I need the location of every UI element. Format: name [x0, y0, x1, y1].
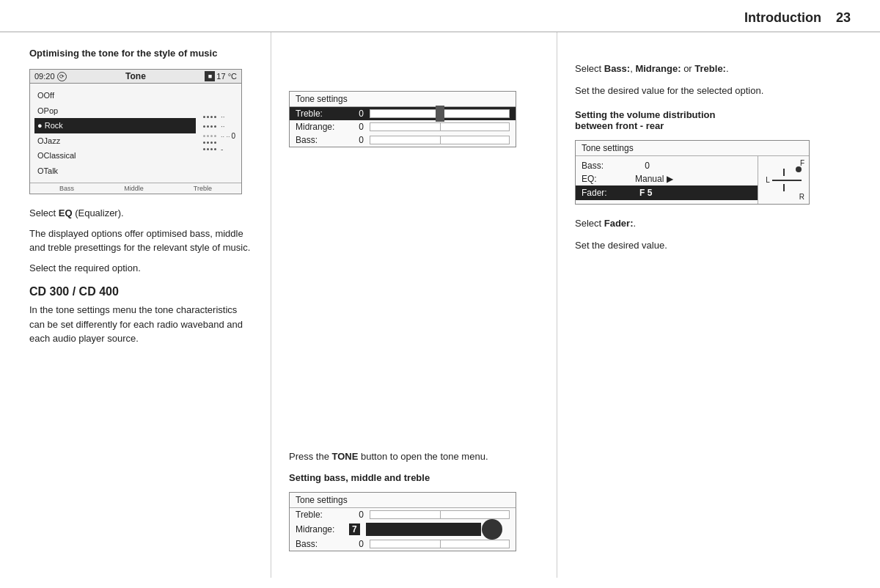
right-bass-label: Bass:	[582, 161, 629, 171]
bass-slider	[370, 136, 510, 144]
eq-bold: EQ	[59, 207, 73, 218]
left-section-title: Optimising the tone for the style of mus…	[29, 47, 253, 60]
eq-dots-4	[203, 142, 216, 144]
cd-heading: CD 300 / CD 400	[29, 285, 253, 298]
right-bass-row: Bass: 0	[576, 159, 758, 172]
bass-value: 0	[349, 135, 364, 145]
eq-row-5: -	[203, 145, 235, 153]
treble-slider	[370, 109, 510, 118]
right-bass-value: 0	[635, 161, 650, 171]
menu-list: OOff OPop ● Rock OJazz OClassical OTalk	[30, 87, 200, 180]
device-screen: 09:20 ⟳ Tone ■ 17 °C OOff OPop ● Rock OJ…	[29, 69, 242, 194]
treble-value: 0	[349, 109, 364, 119]
eq-dot	[210, 148, 213, 150]
treble-label: Treble:	[296, 109, 343, 119]
eq-row-1: ··	[203, 113, 235, 121]
tone-box-1-title: Tone settings	[290, 92, 516, 106]
screen-footer: Bass Middle Treble	[30, 183, 241, 194]
fader-cross: L	[766, 169, 802, 191]
menu-item-off: OOff	[34, 88, 196, 103]
right-fader-row: Fader: F 5	[576, 185, 758, 200]
fader-v-bottom	[783, 184, 785, 191]
right-eq-value: Manual ▶	[635, 174, 673, 184]
track-center	[440, 511, 441, 518]
treble-bold: Treble:	[694, 63, 726, 74]
menu-item-pop: OPop	[34, 103, 196, 119]
tone2-midrange-knob	[482, 519, 502, 540]
tone-row-midrange: Midrange: 0	[290, 120, 516, 133]
tone-box-2-title: Tone settings	[290, 493, 516, 507]
tone-box-2: Tone settings Treble: 0 Midrange: 7	[289, 492, 516, 551]
screen-body: OOff OPop ● Rock OJazz OClassical OTalk	[30, 84, 241, 183]
rock-slider-val: ·· ·· 0	[221, 132, 235, 140]
tone2-midrange-label: Midrange:	[296, 524, 343, 534]
eq-para-1: Select EQ (Equalizer).	[29, 206, 253, 221]
tone2-treble-slider	[370, 510, 510, 519]
menu-item-talk: OTalk	[34, 163, 196, 179]
right-column: Select Bass:, Midrange: or Treble:. Set …	[557, 32, 880, 578]
tone2-bass-value: 0	[349, 539, 364, 549]
tone-box-right-inner: Bass: 0 EQ: Manual ▶ Fader: F 5	[576, 156, 809, 204]
fader-r-label: R	[799, 193, 804, 201]
screen-header: 09:20 ⟳ Tone ■ 17 °C	[30, 70, 241, 84]
tone2-midrange-value: 7	[349, 523, 360, 535]
page-content: Optimising the tone for the style of mus…	[0, 32, 880, 578]
tone2-bass-label: Bass:	[296, 539, 343, 549]
right-labels: Bass: 0 EQ: Manual ▶ Fader: F 5	[576, 156, 758, 204]
tone2-row-midrange: Midrange: 7	[290, 521, 516, 537]
tone2-treble-label: Treble:	[296, 510, 343, 520]
eq-row-4	[203, 142, 235, 144]
menu-item-classical: OClassical	[34, 148, 196, 163]
eq-dot	[207, 125, 209, 128]
footer-bass: Bass	[59, 185, 74, 192]
bass-bold: Bass:	[604, 63, 630, 74]
tone2-row-treble: Treble: 0	[290, 508, 516, 521]
tone-box-1: Tone settings Treble: 0 Midrange: 0	[289, 91, 516, 147]
page-header: Introduction 23	[0, 0, 880, 32]
fader-h-line	[772, 180, 802, 181]
tone2-midrange-filled	[366, 523, 481, 536]
eq-dots-2	[203, 125, 216, 128]
midrange-value: 0	[349, 122, 364, 132]
time-display: 09:20	[34, 72, 55, 81]
eq-dot	[207, 142, 209, 144]
eq-dot	[214, 142, 216, 144]
fader-h-row: L	[766, 176, 802, 184]
right-fader-value: F 5	[635, 187, 656, 199]
eq-dot	[203, 148, 205, 150]
treble-thumb	[436, 106, 444, 122]
right-para-2: Set the desired value for the selected o…	[575, 84, 851, 98]
eq-dot	[203, 142, 205, 144]
eq-dot	[210, 116, 213, 118]
tone2-treble-value: 0	[349, 510, 364, 520]
menu-item-rock: ● Rock	[34, 118, 196, 133]
eq-row-2: ··	[203, 122, 235, 131]
fader-dot	[796, 166, 802, 172]
eq-para-2: The displayed options offer optimised ba…	[29, 227, 253, 255]
screen-tone-label: Tone	[125, 71, 146, 81]
eq-dot-active	[214, 135, 216, 137]
page-number: 23	[836, 10, 851, 26]
eq-dot	[214, 125, 216, 128]
right-section-title: Setting the volume distributionbetween f…	[575, 109, 851, 131]
eq-dot	[203, 125, 205, 128]
eq-grid: ·· ··	[200, 87, 241, 180]
bass-label: Bass:	[296, 135, 343, 145]
eq-dotrow: ··	[221, 122, 225, 131]
midrange-label: Midrange:	[296, 122, 343, 132]
eq-dots-5	[203, 148, 216, 150]
track-center	[440, 540, 441, 548]
fader-v-top	[783, 169, 785, 176]
eq-dot-active	[207, 135, 209, 137]
midrange-bold: Midrange:	[635, 63, 681, 74]
right-para-1: Select Bass:, Midrange: or Treble:.	[575, 62, 851, 76]
clock-icon: ⟳	[57, 72, 67, 81]
middle-column: Tone settings Treble: 0 Midrange: 0	[271, 32, 557, 578]
right-para-3: Select Fader:.	[575, 216, 851, 231]
eq-dot-active	[210, 135, 213, 137]
eq-dot	[203, 116, 205, 118]
fader-bold: Fader:	[604, 218, 634, 229]
eq-dot	[210, 142, 213, 144]
eq-row-rock: ·· ·· 0	[203, 132, 235, 140]
temp-icon: ■	[205, 71, 215, 81]
